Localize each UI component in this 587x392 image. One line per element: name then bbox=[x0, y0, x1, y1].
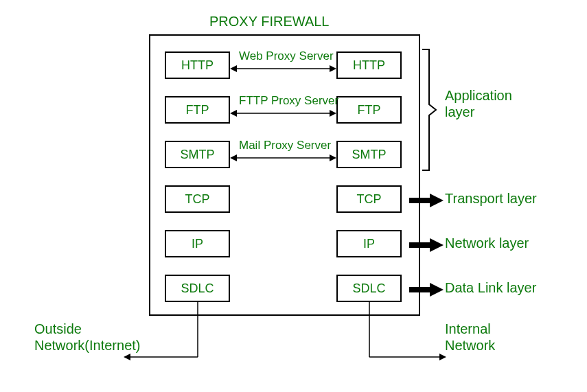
right-http-box: HTTP bbox=[336, 51, 402, 79]
svg-rect-9 bbox=[409, 198, 431, 203]
svg-marker-2 bbox=[330, 65, 336, 72]
web-proxy-label: Web Proxy Server bbox=[239, 49, 334, 63]
svg-rect-13 bbox=[409, 287, 431, 292]
right-tcp-box: TCP bbox=[336, 185, 402, 213]
svg-marker-20 bbox=[439, 354, 446, 360]
diagram-title: PROXY FIREWALL bbox=[209, 14, 330, 30]
svg-marker-12 bbox=[430, 238, 444, 252]
left-sdlc-box: SDLC bbox=[165, 275, 230, 302]
transport-arrow-icon bbox=[409, 194, 444, 207]
right-sdlc-box: SDLC bbox=[336, 275, 402, 302]
mail-proxy-label: Mail Proxy Server bbox=[239, 139, 331, 152]
right-ftp-box: FTP bbox=[336, 96, 402, 124]
network-arrow-icon bbox=[409, 238, 444, 252]
svg-marker-8 bbox=[330, 154, 336, 161]
http-arrow bbox=[230, 62, 336, 76]
left-ip-box: IP bbox=[165, 230, 230, 257]
fttp-proxy-label: FTTP Proxy Server bbox=[239, 94, 338, 108]
ftp-arrow bbox=[230, 106, 336, 120]
svg-marker-5 bbox=[330, 110, 336, 117]
internal-network-label-1: Internal bbox=[445, 321, 491, 337]
left-http-box: HTTP bbox=[165, 51, 230, 79]
application-layer-label-2: layer bbox=[445, 104, 474, 120]
svg-rect-11 bbox=[409, 242, 431, 248]
svg-marker-1 bbox=[230, 65, 237, 72]
svg-marker-4 bbox=[230, 110, 237, 117]
internal-connection-line bbox=[367, 302, 446, 364]
left-smtp-box: SMTP bbox=[165, 141, 230, 168]
application-bracket bbox=[421, 48, 441, 172]
left-ftp-box: FTP bbox=[165, 96, 230, 124]
svg-marker-10 bbox=[430, 194, 444, 207]
smtp-arrow bbox=[230, 151, 336, 165]
svg-marker-14 bbox=[430, 283, 444, 297]
svg-marker-17 bbox=[124, 354, 130, 360]
outside-network-label-2: Network(Internet) bbox=[34, 338, 141, 354]
application-layer-label-1: Application bbox=[445, 88, 512, 104]
outside-network-label-1: Outside bbox=[34, 321, 82, 337]
network-layer-label: Network layer bbox=[445, 235, 529, 251]
transport-layer-label: Transport layer bbox=[445, 191, 537, 207]
internal-network-label-2: Network bbox=[445, 338, 495, 354]
right-ip-box: IP bbox=[336, 230, 402, 257]
right-smtp-box: SMTP bbox=[336, 141, 402, 168]
datalink-arrow-icon bbox=[409, 283, 444, 297]
svg-marker-7 bbox=[230, 154, 237, 161]
datalink-layer-label: Data Link layer bbox=[445, 280, 536, 296]
outside-connection-line bbox=[124, 302, 203, 364]
left-tcp-box: TCP bbox=[165, 185, 230, 213]
